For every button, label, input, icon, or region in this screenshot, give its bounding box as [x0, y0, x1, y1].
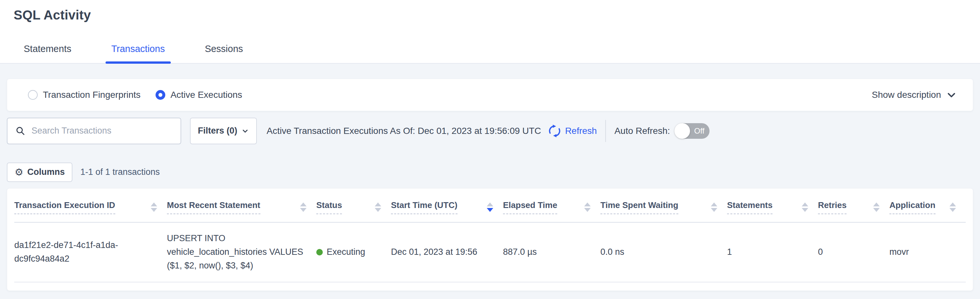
filters-button[interactable]: Filters (0)	[190, 118, 257, 144]
sort-arrows-icon[interactable]	[802, 203, 808, 212]
radio-label: Active Executions	[170, 90, 242, 100]
radio-unselected-icon[interactable]	[28, 90, 38, 100]
columns-button[interactable]: ⚙ Columns	[7, 163, 72, 182]
results-bar: ⚙ Columns 1-1 of 1 transactions	[7, 163, 973, 182]
col-header-start-time[interactable]: Start Time (UTC)	[391, 189, 503, 222]
cell-most-recent-statement[interactable]: UPSERT INTO vehicle_location_histories V…	[167, 222, 316, 282]
show-description-label: Show description	[872, 90, 941, 100]
status-label: Executing	[327, 245, 365, 259]
table-row: da1f21e2-de71-4c1f-a1da-dc9fc94a84a2 UPS…	[14, 222, 966, 282]
search-input[interactable]	[32, 126, 174, 136]
tab-transactions[interactable]: Transactions	[111, 44, 165, 63]
col-header-elapsed-time[interactable]: Elapsed Time	[503, 189, 600, 222]
auto-refresh-label: Auto Refresh:	[614, 126, 670, 136]
as-of-timestamp: Active Transaction Executions As Of: Dec…	[267, 126, 541, 136]
sort-arrows-icon[interactable]	[151, 203, 157, 212]
sort-arrows-icon-active-desc[interactable]	[487, 203, 493, 212]
auto-refresh-toggle[interactable]: Off	[675, 123, 710, 139]
col-header-statements[interactable]: Statements	[727, 189, 818, 222]
cell-time-spent-waiting: 0.0 ns	[600, 222, 727, 282]
sort-arrows-icon[interactable]	[375, 203, 381, 212]
cell-elapsed-time: 887.0 µs	[503, 222, 600, 282]
transactions-table: Transaction Execution ID Most Recent Sta…	[14, 189, 966, 282]
refresh-button[interactable]: Refresh	[548, 125, 597, 138]
col-header-most-recent-statement[interactable]: Most Recent Statement	[167, 189, 316, 222]
sort-arrows-icon[interactable]	[950, 203, 956, 212]
search-icon	[15, 126, 25, 136]
tab-sessions[interactable]: Sessions	[205, 44, 243, 63]
auto-refresh-control: Auto Refresh: Off	[614, 123, 710, 139]
refresh-icon	[548, 125, 561, 138]
radio-transaction-fingerprints[interactable]: Transaction Fingerprints	[28, 90, 141, 100]
show-description-toggle[interactable]: Show description	[872, 90, 957, 100]
toggle-knob[interactable]	[675, 123, 690, 139]
table-header-row: Transaction Execution ID Most Recent Sta…	[14, 189, 966, 222]
sort-arrows-icon[interactable]	[711, 203, 717, 212]
radio-label: Transaction Fingerprints	[43, 90, 141, 100]
result-count: 1-1 of 1 transactions	[80, 167, 160, 177]
sort-arrows-icon[interactable]	[584, 203, 591, 212]
col-header-application[interactable]: Application	[889, 189, 966, 222]
sort-arrows-icon[interactable]	[873, 203, 880, 212]
view-mode-card: Transaction Fingerprints Active Executio…	[7, 78, 973, 111]
tab-bar: Statements Transactions Sessions	[0, 44, 980, 64]
radio-active-executions[interactable]: Active Executions	[156, 90, 242, 100]
page-title: SQL Activity	[14, 8, 980, 22]
col-header-status[interactable]: Status	[316, 189, 391, 222]
col-header-transaction-execution-id[interactable]: Transaction Execution ID	[14, 189, 167, 222]
cell-statements: 1	[727, 222, 818, 282]
radio-selected-icon[interactable]	[156, 90, 165, 100]
col-header-retries[interactable]: Retries	[818, 189, 889, 222]
cell-status: Executing	[316, 222, 391, 282]
cell-start-time: Dec 01, 2023 at 19:56	[391, 222, 503, 282]
col-header-time-spent-waiting[interactable]: Time Spent Waiting	[600, 189, 727, 222]
sort-arrows-icon[interactable]	[300, 203, 307, 212]
status-executing-dot-icon	[316, 249, 323, 256]
controls-row: Filters (0) Active Transaction Execution…	[7, 118, 973, 144]
chevron-down-icon	[946, 90, 957, 100]
transactions-table-card: Transaction Execution ID Most Recent Sta…	[7, 188, 973, 291]
refresh-label: Refresh	[565, 126, 597, 136]
main-content: Transaction Fingerprints Active Executio…	[0, 64, 980, 291]
filters-button-label: Filters (0)	[198, 126, 237, 136]
toggle-state-label: Off	[694, 126, 705, 136]
gear-icon: ⚙	[14, 167, 23, 177]
columns-button-label: Columns	[27, 167, 65, 177]
cell-retries: 0	[818, 222, 889, 282]
tab-statements[interactable]: Statements	[24, 44, 72, 63]
page-header: SQL Activity Statements Transactions Ses…	[0, 0, 980, 64]
vertical-divider	[605, 120, 606, 142]
search-box[interactable]	[7, 118, 181, 144]
cell-application: movr	[889, 222, 966, 282]
chevron-down-icon	[241, 127, 249, 135]
cell-transaction-execution-id[interactable]: da1f21e2-de71-4c1f-a1da-dc9fc94a84a2	[14, 222, 167, 282]
